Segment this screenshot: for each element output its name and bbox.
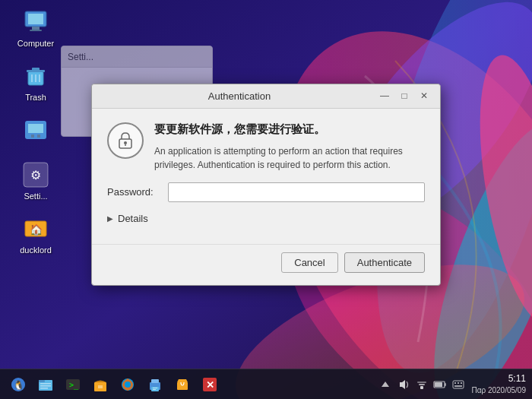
svg-rect-51 [420,386,423,389]
dialog-header-row: 要更新软件源，您需要进行验证。 An application is attemp… [107,122,425,172]
tray-network-icon[interactable] [415,378,429,391]
password-row: Password: [107,182,425,202]
svg-text:🐧: 🐧 [13,379,24,391]
desktop: Computer Trash [0,0,532,399]
clock-day: Παρ [471,386,486,394]
taskbar-software-button[interactable] [88,372,112,397]
svg-rect-62 [456,385,461,387]
svg-rect-35 [40,388,48,389]
password-label: Password: [107,186,160,198]
chinese-heading: 要更新软件源，您需要进行验证。 [154,122,425,137]
details-toggle[interactable]: ▶ Details [107,213,425,224]
svg-rect-39 [98,385,103,388]
svg-rect-63 [461,385,462,387]
svg-point-41 [125,382,131,388]
svg-marker-50 [382,382,389,387]
svg-rect-60 [461,382,462,384]
dialog-overlay: Authentication — □ ✕ [0,0,532,399]
lock-icon [107,122,144,159]
taskbar-terminal-button[interactable]: >_ [61,372,85,397]
taskbar: 🐧 >_ [0,369,532,399]
svg-rect-32 [39,380,45,382]
svg-rect-58 [454,382,456,384]
taskbar-x-button[interactable]: ✕ [198,372,222,397]
svg-rect-46 [153,389,156,390]
clock-date: 2020/05/09 [488,386,526,394]
svg-rect-53 [417,382,426,383]
tray-battery-icon[interactable] [433,378,447,391]
taskbar-firefox-button[interactable] [116,372,140,397]
cancel-button[interactable]: Cancel [281,252,337,273]
svg-point-27 [124,141,127,144]
svg-rect-56 [445,383,446,386]
svg-rect-45 [153,388,157,388]
svg-rect-57 [453,381,464,388]
svg-rect-47 [177,382,188,390]
taskbar-tray [378,378,465,391]
dialog-body: 要更新软件源，您需要进行验证。 An application is attemp… [92,109,440,244]
taskbar-printer-button[interactable] [143,372,167,397]
dialog-titlebar: Authentication — □ ✕ [92,84,440,109]
tray-up-arrow[interactable] [378,378,392,391]
taskbar-clock[interactable]: 5:11 Παρ 2020/05/09 [471,373,526,395]
svg-text:>_: >_ [69,381,79,390]
svg-rect-34 [40,385,51,387]
minimize-button[interactable]: — [378,89,391,103]
clock-time: 5:11 [471,373,526,385]
details-label: Details [118,213,148,224]
clock-date-day: Παρ 2020/05/09 [471,385,526,395]
password-input[interactable] [168,182,425,202]
taskbar-files-button[interactable] [33,372,58,397]
dialog-description: An application is attempting to perform … [154,144,425,172]
dialog-text-block: 要更新软件源，您需要进行验证。 An application is attemp… [154,122,425,172]
svg-rect-43 [151,379,159,383]
dialog-title: Authentication [101,90,378,102]
taskbar-shop-button[interactable] [170,372,195,397]
maximize-button[interactable]: □ [397,89,411,103]
dialog-footer: Cancel Authenticate [92,244,440,285]
titlebar-controls: — □ ✕ [378,89,431,103]
svg-rect-33 [40,383,51,385]
svg-text:✕: ✕ [206,379,214,391]
taskbar-start-button[interactable]: 🐧 [6,372,30,397]
svg-rect-55 [435,382,442,387]
details-arrow-icon: ▶ [107,214,113,223]
svg-rect-52 [419,384,425,385]
tray-volume-icon[interactable] [397,378,410,391]
tray-keyboard-icon[interactable] [451,378,465,391]
svg-rect-59 [458,382,459,384]
svg-rect-61 [454,385,456,387]
auth-dialog: Authentication — □ ✕ [91,84,441,286]
authenticate-button[interactable]: Authenticate [344,252,425,273]
close-title-button[interactable]: ✕ [417,89,431,103]
